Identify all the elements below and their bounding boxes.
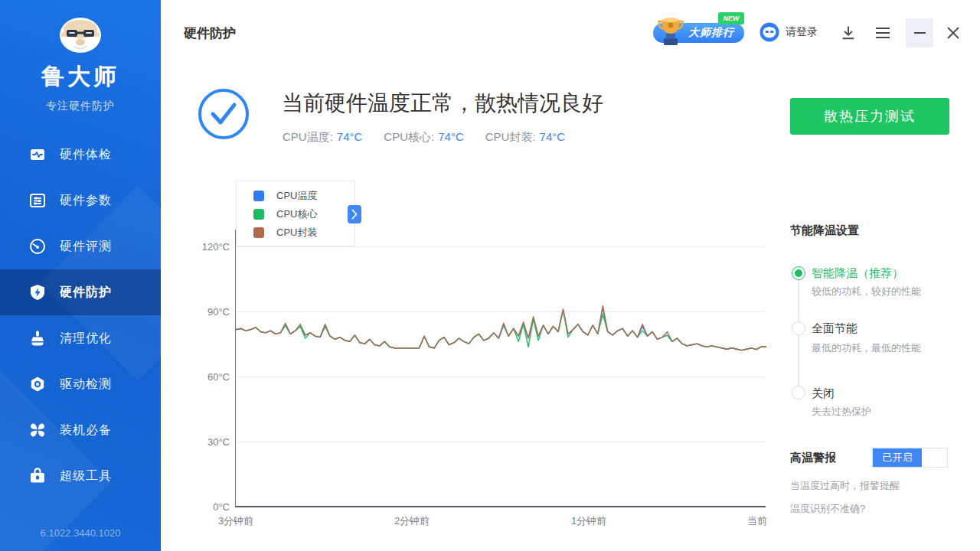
close-icon	[945, 24, 962, 41]
x-axis-tick: 3分钟前	[214, 514, 258, 528]
option-smart-cooling-label[interactable]: 智能降温（推荐）	[812, 266, 903, 281]
legend-label: CPU温度	[276, 189, 317, 203]
main-menu-button[interactable]	[874, 25, 892, 41]
metric-label: CPU温度:	[283, 130, 333, 143]
y-axis-tick: 90°C	[184, 306, 230, 318]
legend-item-cpu-package[interactable]: CPU封装	[253, 223, 354, 242]
option-smart-cooling-desc: 较低的功耗，较好的性能	[812, 285, 921, 298]
download-button[interactable]	[839, 24, 858, 42]
new-badge: NEW	[718, 12, 744, 24]
sidebar-item-essentials[interactable]: 装机必备	[0, 407, 161, 453]
legend-label: CPU封装	[276, 226, 317, 240]
shield-protection-icon	[28, 283, 47, 302]
app-version: 6.1022.3440.1020	[0, 527, 161, 539]
legend-label: CPU核心	[276, 207, 317, 221]
radio-full-power-saving[interactable]	[792, 321, 805, 335]
temp-accuracy-link[interactable]: 温度识别不准确?	[790, 502, 865, 516]
sidebar-item-label: 硬件评测	[60, 239, 112, 255]
app-logo: 鲁大师 专注硬件防护	[0, 14, 161, 113]
driver-detect-icon	[28, 375, 47, 393]
y-axis-tick: 60°C	[184, 371, 230, 383]
menu-icon	[874, 26, 891, 40]
master-ranking-button[interactable]: 大师排行	[653, 23, 744, 43]
metric-cpu-package: CPU封装:74°C	[485, 130, 565, 145]
sidebar-item-hardware-params[interactable]: 硬件参数	[0, 178, 161, 223]
sidebar-item-hardware-protection[interactable]: 硬件防护	[0, 269, 161, 315]
legend-item-cpu-temp[interactable]: CPU温度	[253, 187, 354, 205]
metric-label: CPU封装:	[485, 130, 536, 143]
mascot-logo-icon	[51, 14, 109, 54]
login-label: 请登录	[786, 25, 818, 39]
status-ok-icon	[198, 89, 249, 139]
page-title: 硬件防护	[184, 24, 236, 42]
status-headline: 当前硬件温度正常，散热情况良好	[282, 89, 603, 118]
sidebar-item-label: 硬件参数	[60, 193, 112, 209]
download-icon	[840, 24, 857, 41]
sidebar-item-label: 超级工具	[60, 468, 112, 484]
health-check-icon	[28, 145, 47, 164]
sidebar-item-cleanup[interactable]: 清理优化	[0, 315, 161, 361]
chart-legend: CPU温度 CPU核心 CPU封装	[236, 181, 355, 246]
heat-stress-test-button[interactable]: 散热压力测试	[790, 98, 949, 135]
legend-swatch-green	[253, 209, 264, 220]
close-button[interactable]	[942, 22, 964, 44]
y-axis-tick: 0°C	[184, 501, 230, 514]
benchmark-icon	[28, 237, 47, 256]
x-axis-tick: 2分钟前	[389, 514, 435, 528]
temperature-chart	[235, 230, 766, 507]
toolbox-icon	[28, 467, 47, 485]
app-tagline: 专注硬件防护	[0, 99, 161, 113]
legend-swatch-blue	[253, 191, 264, 201]
metric-value: 74°C	[337, 130, 363, 143]
chevron-right-icon	[351, 208, 358, 220]
sidebar-item-label: 装机必备	[60, 422, 112, 439]
y-axis-tick: 120°C	[184, 241, 230, 253]
master-ranking-label: 大师排行	[688, 26, 734, 40]
legend-swatch-brown	[253, 227, 264, 238]
cpu-metrics: CPU温度:74°C CPU核心:74°C CPU封装:74°C	[283, 130, 586, 145]
legend-expand-button[interactable]	[348, 205, 361, 223]
sidebar-item-label: 清理优化	[60, 331, 112, 347]
sidebar-nav: 硬件体检 硬件参数 硬件评测 硬件防护	[0, 132, 161, 499]
metric-value: 74°C	[540, 130, 566, 143]
app-name: 鲁大师	[0, 61, 161, 93]
y-axis-tick: 30°C	[184, 436, 230, 448]
sidebar-item-label: 硬件防护	[60, 285, 112, 301]
radio-smart-cooling[interactable]	[792, 266, 805, 280]
radio-off[interactable]	[792, 386, 805, 399]
option-off-desc: 失去过热保护	[812, 405, 871, 419]
metric-value: 74°C	[438, 130, 464, 143]
sidebar-item-label: 驱动检测	[60, 377, 112, 393]
sidebar-item-driver-detect[interactable]: 驱动检测	[0, 361, 161, 407]
high-temp-alarm-title: 高温警报	[790, 451, 836, 465]
x-axis-tick: 1分钟前	[566, 514, 612, 528]
sidebar-item-super-tools[interactable]: 超级工具	[0, 453, 161, 499]
option-full-power-saving-desc: 最低的功耗，最低的性能	[812, 341, 921, 355]
chart-line-series	[236, 230, 766, 507]
ludashi-app-window: 鲁大师 专注硬件防护 硬件体检 硬件参数 硬件评测	[0, 0, 980, 551]
toggle-on-label: 已开启	[873, 448, 922, 467]
high-temp-alarm-toggle[interactable]: 已开启	[872, 448, 948, 468]
alarm-description: 当温度过高时，报警提醒	[790, 479, 900, 493]
cooling-settings-title: 节能降温设置	[790, 223, 859, 238]
essentials-icon	[28, 421, 47, 439]
minimize-button[interactable]	[906, 18, 933, 47]
option-full-power-saving-label[interactable]: 全面节能	[812, 321, 858, 336]
minimize-icon	[914, 32, 926, 34]
legend-item-cpu-core[interactable]: CPU核心	[253, 205, 354, 223]
metric-label: CPU核心:	[384, 130, 434, 143]
cleanup-icon	[28, 329, 47, 347]
sidebar-item-label: 硬件体检	[60, 147, 112, 163]
sidebar: 鲁大师 专注硬件防护 硬件体检 硬件参数 硬件评测	[0, 0, 161, 551]
sidebar-item-hardware-check[interactable]: 硬件体检	[0, 132, 161, 178]
trophy-icon	[655, 14, 687, 52]
x-axis-tick: 当前	[724, 514, 767, 528]
hardware-params-icon	[28, 191, 47, 210]
login-button[interactable]: 请登录	[760, 22, 818, 42]
metric-cpu-temp: CPU温度:74°C	[283, 130, 362, 145]
metric-cpu-core: CPU核心:74°C	[384, 130, 463, 145]
option-off-label[interactable]: 关闭	[812, 386, 835, 401]
avatar-icon	[760, 22, 779, 42]
sidebar-item-benchmark[interactable]: 硬件评测	[0, 223, 161, 269]
